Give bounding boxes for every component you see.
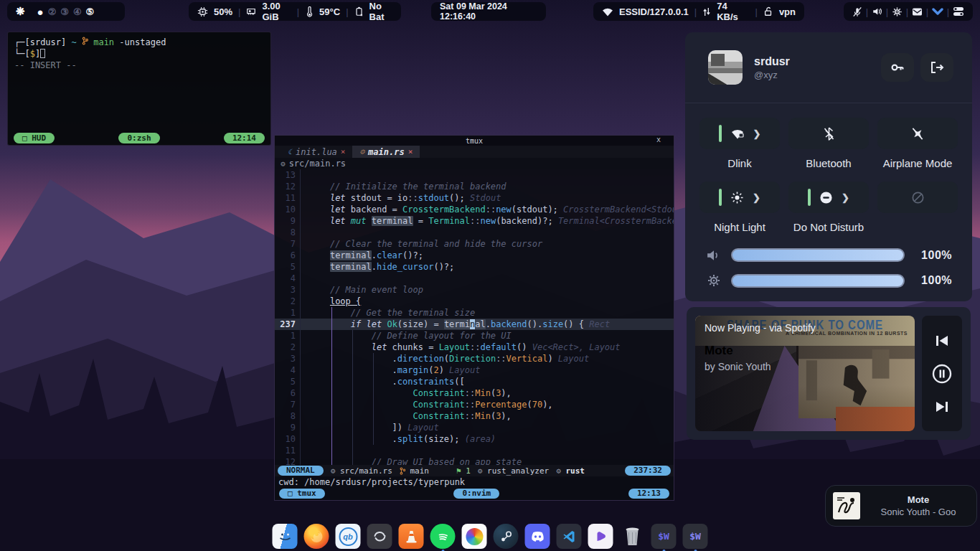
- dock-spotify[interactable]: [430, 524, 456, 549]
- previous-track-button[interactable]: [935, 334, 949, 347]
- code-line[interactable]: 1 // Define layout for the UI: [275, 330, 674, 342]
- tmux-window-pill[interactable]: 0:nvim: [453, 489, 499, 499]
- network-speed: 74 KB/s: [717, 1, 749, 22]
- dock-lmms[interactable]: [588, 524, 613, 549]
- tmux-window-pill[interactable]: 0:zsh: [118, 133, 159, 143]
- code-line[interactable]: 1 // Get the terminal size: [275, 307, 674, 319]
- mail-tray-icon[interactable]: [912, 7, 923, 17]
- lock-keys-button[interactable]: [881, 53, 914, 82]
- dock-discord[interactable]: [525, 524, 550, 549]
- toggle-night-light[interactable]: ❯: [699, 182, 780, 213]
- volume-icon[interactable]: [872, 6, 882, 17]
- toggle-blocked[interactable]: [877, 182, 958, 213]
- topbar-clock-module[interactable]: Sat 09 Mar 2024 12:16:40: [431, 2, 546, 21]
- statusline-diagnostics: ⚑ 1: [456, 466, 471, 476]
- code-line[interactable]: 9 let mut terminal = Terminal::new(backe…: [275, 215, 674, 227]
- chevron-down-icon[interactable]: [932, 8, 943, 16]
- code-line[interactable]: 4: [275, 273, 674, 284]
- code-line[interactable]: 237 if let Ok(size) = terminal.backend()…: [275, 319, 674, 330]
- code-line[interactable]: 2 let chunks = Layout::default() Vec<Rec…: [275, 342, 674, 353]
- code-line[interactable]: 7 Constraint::Percentage(70),: [275, 399, 674, 410]
- code-line[interactable]: 4 .margin(2) Layout: [275, 364, 674, 376]
- chevron-right-icon[interactable]: ❯: [753, 192, 760, 203]
- code-line[interactable]: 12 // Initialize the terminal backend: [275, 181, 674, 192]
- code-line[interactable]: 9 ]) Layout: [275, 422, 674, 433]
- volume-slider[interactable]: [731, 248, 905, 262]
- workspace-2[interactable]: ②: [48, 6, 57, 17]
- window-title: tmux: [466, 137, 483, 145]
- code-line[interactable]: 6 terminal.clear()?;: [275, 250, 674, 261]
- code-line[interactable]: 5 terminal.hide_cursor()?;: [275, 261, 674, 273]
- settings-gear-icon[interactable]: [892, 6, 903, 17]
- window-close-button[interactable]: x: [656, 136, 661, 143]
- toggle-do-not-disturb[interactable]: ❯: [788, 182, 869, 213]
- microphone-muted-icon[interactable]: [852, 6, 862, 17]
- line-number: 6: [275, 250, 301, 261]
- toggles-panel-icon[interactable]: [953, 6, 964, 17]
- gear-icon: ⚙: [478, 466, 483, 476]
- dock-vlc[interactable]: [399, 524, 424, 549]
- code-line[interactable]: 12 // Draw UI based on app state: [275, 456, 674, 465]
- workspace-4[interactable]: ④: [73, 6, 82, 17]
- tmux-session-pill[interactable]: □ tmux: [279, 489, 325, 499]
- line-number: 2: [275, 296, 301, 307]
- tab-main-rs[interactable]: ⚙ main.rs ×: [352, 146, 420, 158]
- dock-trash[interactable]: [620, 524, 645, 549]
- workspace-1[interactable]: ●: [37, 6, 44, 18]
- tab-init-lua[interactable]: ☾ init.lua ×: [281, 146, 352, 158]
- code-line[interactable]: 11: [275, 445, 674, 456]
- brightness-slider[interactable]: [731, 274, 905, 288]
- logout-button[interactable]: [920, 53, 953, 82]
- dock-photos[interactable]: [462, 524, 487, 549]
- tmux-session-pill[interactable]: □ HUD: [14, 133, 55, 143]
- code-line[interactable]: 13: [275, 169, 674, 181]
- workspace-5[interactable]: ⑤: [86, 6, 95, 17]
- line-number: 11: [275, 192, 301, 204]
- dock-steam[interactable]: [494, 524, 519, 549]
- code-line[interactable]: 5 .constraints([: [275, 376, 674, 387]
- toggle-wifi[interactable]: ❯: [699, 118, 780, 149]
- line-number: 3: [275, 353, 301, 364]
- dock-file-manager[interactable]: [273, 524, 298, 549]
- terminal-output[interactable]: ┌─[srdusr] ~ main -unstaged └─[$] -- INS…: [8, 32, 270, 131]
- editor-window[interactable]: tmux x ☾ init.lua × ⚙ main.rs × ⚙ src/ma…: [274, 135, 674, 501]
- code-line[interactable]: 6 Constraint::Min(3),: [275, 387, 674, 399]
- chevron-right-icon[interactable]: ❯: [842, 192, 849, 203]
- dock-scratchpad-1[interactable]: $W: [651, 524, 677, 549]
- dnd-minus-circle-icon: [819, 191, 833, 204]
- code-line[interactable]: 10 let backend = CrosstermBackend::new(s…: [275, 204, 674, 215]
- line-number: 5: [275, 261, 301, 273]
- next-track-button[interactable]: [935, 400, 949, 413]
- code-line[interactable]: 3 .direction(Direction::Vertical) Layout: [275, 353, 674, 364]
- tab-close-icon[interactable]: ×: [341, 147, 346, 156]
- pause-button[interactable]: [932, 364, 952, 384]
- terminal-window[interactable]: ┌─[srdusr] ~ main -unstaged └─[$] -- INS…: [7, 32, 271, 146]
- code-line[interactable]: 7 // Clear the terminal and hide the cur…: [275, 238, 674, 250]
- code-line[interactable]: 10 .split(size); (area): [275, 433, 674, 445]
- git-status: -unstaged: [119, 37, 166, 47]
- code-line[interactable]: 8: [275, 227, 674, 238]
- terminal-tmux-statusbar: □ HUD 0:zsh 12:14: [8, 131, 270, 145]
- photos-flower-icon: [466, 528, 483, 545]
- dock-obs[interactable]: [367, 524, 392, 549]
- toggle-airplane-mode[interactable]: [877, 118, 958, 149]
- dock-firefox[interactable]: [304, 524, 329, 549]
- code-line[interactable]: 8 Constraint::Min(3),: [275, 410, 674, 422]
- statusline-branch: main: [400, 466, 429, 476]
- code-line[interactable]: 11 let stdout = io::stdout(); Stdout: [275, 192, 674, 204]
- rust-icon: ⚙: [331, 466, 336, 476]
- dock-vscode[interactable]: [557, 524, 582, 549]
- sw-label: $W: [689, 531, 701, 542]
- chevron-right-icon[interactable]: ❯: [753, 128, 761, 139]
- git-branch-name: main: [93, 37, 114, 47]
- workspace-3[interactable]: ③: [60, 6, 69, 17]
- dock-qbittorrent[interactable]: qb: [336, 524, 361, 549]
- toggle-bluetooth[interactable]: [788, 118, 869, 149]
- code-lines[interactable]: 1312 // Initialize the terminal backend1…: [275, 169, 674, 465]
- tab-close-icon[interactable]: ×: [408, 147, 413, 156]
- notification-toast[interactable]: Mote Sonic Youth - Goo: [825, 485, 977, 527]
- dock-scratchpad-2[interactable]: $W: [683, 524, 708, 549]
- indent-guide: [352, 330, 353, 465]
- code-line[interactable]: 3 // Main event loop: [275, 284, 674, 296]
- code-line[interactable]: 2 loop {: [275, 296, 674, 307]
